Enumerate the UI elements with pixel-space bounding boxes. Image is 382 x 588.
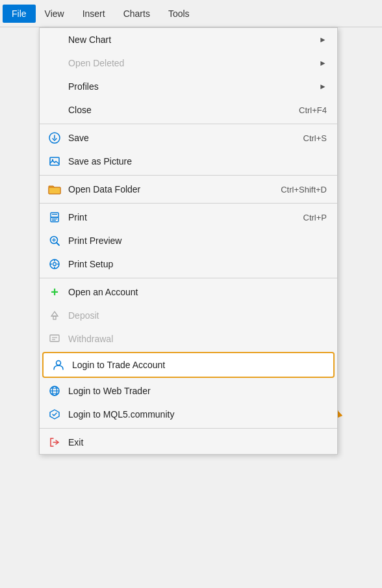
print-shortcut: Ctrl+P — [303, 213, 327, 222]
menu-item-exit[interactable]: Exit — [40, 431, 337, 454]
close-label: Close — [68, 105, 286, 115]
profiles-label: Profiles — [68, 81, 314, 92]
menu-item-login-mql5[interactable]: Login to MQL5.community — [40, 403, 337, 426]
profiles-arrow: ► — [319, 82, 327, 91]
open-data-folder-label: Open Data Folder — [68, 184, 268, 194]
print-preview-icon — [47, 234, 62, 248]
svg-marker-19 — [51, 312, 58, 316]
svg-point-24 — [57, 361, 61, 366]
withdrawal-label: Withdrawal — [68, 334, 327, 344]
account-icon — [51, 358, 66, 372]
svg-rect-8 — [52, 214, 57, 215]
save-label: Save — [68, 133, 290, 143]
menu-item-deposit: Deposit — [40, 304, 337, 327]
menu-item-new-chart[interactable]: New Chart ► — [40, 28, 337, 51]
svg-rect-7 — [52, 220, 56, 220]
menu-item-login-webtrader[interactable]: Login to Web Trader — [40, 379, 337, 403]
open-deleted-label: Open Deleted — [68, 58, 314, 68]
webtrader-icon — [47, 384, 62, 398]
open-data-folder-shortcut: Ctrl+Shift+D — [281, 185, 327, 194]
print-icon — [47, 210, 62, 224]
new-chart-icon — [47, 33, 62, 47]
menu-bar-file[interactable]: File — [3, 5, 36, 23]
menu-item-open-data-folder[interactable]: Open Data Folder Ctrl+Shift+D — [40, 178, 337, 201]
save-shortcut: Ctrl+S — [303, 133, 327, 143]
mql5-icon — [47, 407, 62, 421]
file-dropdown-menu: New Chart ► Open Deleted ► Profiles ► Cl… — [39, 27, 338, 455]
separator-5 — [40, 428, 337, 429]
deposit-label: Deposit — [68, 310, 327, 321]
save-picture-icon — [47, 154, 62, 168]
svg-line-10 — [57, 243, 60, 246]
new-chart-arrow: ► — [319, 35, 327, 44]
separator-1 — [40, 124, 337, 124]
exit-icon — [47, 435, 62, 449]
plus-icon: + — [47, 285, 62, 299]
menu-item-print[interactable]: Print Ctrl+P — [40, 206, 337, 229]
close-icon — [47, 103, 62, 117]
withdrawal-icon — [47, 332, 62, 346]
menu-item-save[interactable]: Save Ctrl+S — [40, 126, 337, 150]
deposit-icon — [47, 308, 62, 323]
exit-label: Exit — [68, 437, 327, 448]
new-chart-label: New Chart — [68, 34, 314, 45]
print-setup-label: Print Setup — [68, 259, 327, 269]
menu-item-save-as-picture[interactable]: Save as Picture — [40, 150, 337, 173]
svg-rect-21 — [50, 335, 59, 341]
svg-rect-3 — [49, 187, 60, 194]
menu-bar-charts[interactable]: Charts — [114, 5, 159, 23]
open-account-label: Open an Account — [68, 287, 327, 297]
separator-4 — [40, 278, 337, 278]
close-shortcut: Ctrl+F4 — [299, 105, 327, 115]
menu-item-open-account[interactable]: + Open an Account — [40, 280, 337, 304]
menu-item-login-trade[interactable]: Login to Trade Account — [42, 352, 335, 378]
print-setup-icon — [47, 257, 62, 271]
menu-item-print-setup[interactable]: Print Setup — [40, 252, 337, 276]
login-trade-label: Login to Trade Account — [72, 360, 323, 370]
menu-bar: File View Insert Charts Tools — [0, 0, 382, 27]
print-preview-label: Print Preview — [68, 235, 327, 246]
login-webtrader-label: Login to Web Trader — [68, 386, 327, 396]
separator-2 — [40, 175, 337, 176]
svg-rect-4 — [51, 213, 58, 217]
menu-item-withdrawal: Withdrawal — [40, 327, 337, 351]
menu-item-close[interactable]: Close Ctrl+F4 — [40, 98, 337, 122]
menu-bar-insert[interactable]: Insert — [73, 5, 114, 23]
menu-bar-view[interactable]: View — [36, 5, 73, 23]
save-picture-label: Save as Picture — [68, 156, 327, 167]
profiles-icon — [47, 79, 62, 94]
separator-3 — [40, 203, 337, 204]
folder-icon — [47, 182, 62, 196]
open-deleted-arrow: ► — [319, 59, 327, 68]
svg-rect-5 — [51, 217, 58, 222]
menu-item-print-preview[interactable]: Print Preview — [40, 229, 337, 252]
svg-point-14 — [53, 263, 57, 266]
save-icon — [47, 131, 62, 145]
menu-bar-tools[interactable]: Tools — [159, 5, 199, 23]
menu-item-profiles[interactable]: Profiles ► — [40, 75, 337, 98]
login-mql5-label: Login to MQL5.community — [68, 409, 327, 420]
svg-rect-6 — [52, 219, 57, 219]
svg-rect-20 — [53, 316, 56, 319]
menu-item-open-deleted: Open Deleted ► — [40, 51, 337, 75]
open-deleted-icon — [47, 56, 62, 70]
print-label: Print — [68, 212, 290, 222]
